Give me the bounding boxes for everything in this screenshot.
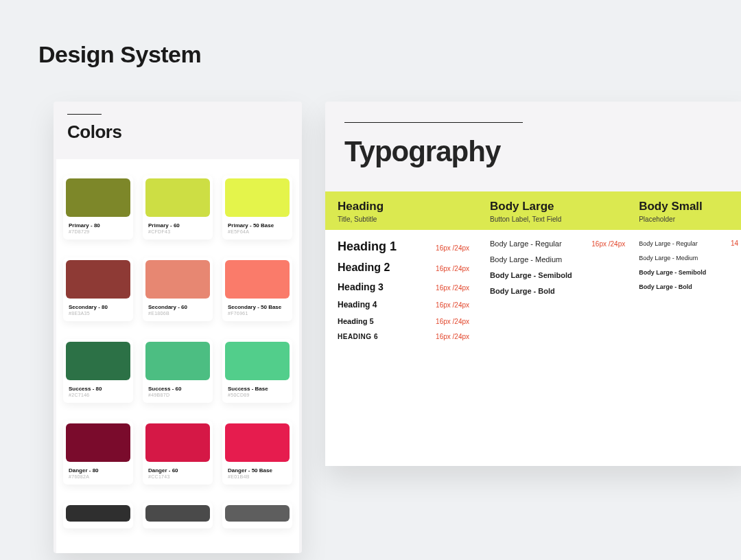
color-chip xyxy=(66,423,130,462)
colors-title: Colors xyxy=(67,121,288,143)
colors-panel: Colors Primary - 80 #7D8729 Primary - 60… xyxy=(54,102,302,553)
color-chip xyxy=(66,505,130,522)
body-sample: Body Large - Medium xyxy=(490,255,562,264)
swatch-name: Success - 80 xyxy=(63,383,133,392)
body-meta: 16px /24px xyxy=(591,240,625,248)
heading-sample: Heading 2 xyxy=(338,261,390,274)
heading-row: Heading 2 16px /24px xyxy=(338,261,490,274)
page-title: Design System xyxy=(38,41,201,68)
heading-meta: 16px /24px xyxy=(436,318,469,325)
body-sample: Body Large - Bold xyxy=(639,283,692,290)
swatch-name: Danger - 80 xyxy=(63,465,133,474)
divider xyxy=(67,114,102,115)
col-title: Body Large xyxy=(490,200,639,213)
color-chip xyxy=(145,423,210,462)
swatch-card: Danger - 80 #76082A xyxy=(63,421,133,485)
swatch-card: Success - Base #50CD89 xyxy=(222,339,292,403)
body-row: Body Large - Bold xyxy=(490,287,639,295)
body-row: Body Large - Regular 14 xyxy=(639,240,738,247)
swatch-card: Secondary - 80 #8E3A35 xyxy=(63,257,133,321)
col-body-small: Body Small Placeholder xyxy=(639,200,738,223)
swatch-hex: #8E3A35 xyxy=(63,310,133,317)
swatch-card: Danger - 50 Base #E01B4B xyxy=(222,421,292,485)
heading-sample: HEADING 6 xyxy=(338,333,378,340)
heading-row: Heading 5 16px /24px xyxy=(338,317,490,325)
heading-row: Heading 3 16px /24px xyxy=(338,281,490,292)
swatch-name: Primary - 80 xyxy=(63,220,133,229)
col-subtitle: Button Label, Text Field xyxy=(490,215,639,223)
heading-row: HEADING 6 16px /24px xyxy=(338,333,490,340)
swatch-name: Success - 60 xyxy=(143,383,213,392)
typography-panel: Typography Heading Title, Subtitle Body … xyxy=(325,102,741,466)
heading-meta: 16px /24px xyxy=(436,333,469,340)
color-chip xyxy=(225,342,290,380)
body-sample: Body Large - Medium xyxy=(639,255,698,261)
swatch-row-secondary: Secondary - 80 #8E3A35 Secondary - 60 #E… xyxy=(63,257,292,321)
heading-meta: 16px /24px xyxy=(436,284,469,292)
heading-sample: Heading 4 xyxy=(338,300,377,310)
swatch-hex: #F76961 xyxy=(222,310,292,317)
swatch-name: Primary - 50 Base xyxy=(222,220,292,229)
swatch-name: Secondary - 50 Base xyxy=(222,301,292,310)
color-chip xyxy=(145,505,210,522)
swatch-hex: #76082A xyxy=(63,474,133,480)
swatch-row-danger: Danger - 80 #76082A Danger - 60 #CC1743 … xyxy=(63,421,292,485)
heading-row: Heading 1 16px /24px xyxy=(338,240,490,254)
swatch-card xyxy=(143,502,213,528)
swatch-card: Secondary - 50 Base #F76961 xyxy=(222,257,292,321)
color-chip xyxy=(225,505,290,522)
swatch-card: Success - 80 #2C7146 xyxy=(63,339,133,403)
swatch-hex: #50CD89 xyxy=(222,392,292,399)
body-sample: Body Large - Semibold xyxy=(639,269,706,276)
color-chip xyxy=(225,178,290,217)
body-small-column: Body Large - Regular 14 Body Large - Med… xyxy=(639,240,738,348)
color-chip xyxy=(145,342,210,380)
body-row: Body Large - Semibold xyxy=(490,271,639,279)
swatch-hex: #E01B4B xyxy=(222,474,292,480)
heading-sample: Heading 1 xyxy=(338,240,397,254)
col-subtitle: Placeholder xyxy=(639,215,738,223)
typography-table: Heading 1 16px /24px Heading 2 16px /24p… xyxy=(325,230,741,348)
col-title: Body Small xyxy=(639,200,738,213)
color-chip xyxy=(66,342,130,380)
col-heading: Heading Title, Subtitle xyxy=(338,200,490,223)
swatch-row-success: Success - 80 #2C7146 Success - 60 #49B87… xyxy=(63,339,292,403)
swatch-card: Danger - 60 #CC1743 xyxy=(143,421,213,485)
swatch-card: Primary - 50 Base #E5F64A xyxy=(222,176,292,240)
swatch-hex: #E5F64A xyxy=(222,229,292,235)
swatch-hex: #CC1743 xyxy=(143,474,213,480)
heading-sample: Heading 5 xyxy=(338,317,374,325)
swatch-name: Success - Base xyxy=(222,383,292,392)
swatch-name: Secondary - 60 xyxy=(143,301,213,310)
swatch-card: Primary - 80 #7D8729 xyxy=(63,176,133,240)
body-row: Body Large - Semibold xyxy=(639,269,738,276)
swatch-hex: #2C7146 xyxy=(63,392,133,399)
swatch-card xyxy=(63,502,133,528)
heading-meta: 16px /24px xyxy=(436,301,469,309)
swatch-hex: #7D8729 xyxy=(63,229,133,235)
typography-header-bar: Heading Title, Subtitle Body Large Butto… xyxy=(325,191,741,230)
swatch-card: Success - 60 #49B87D xyxy=(143,339,213,403)
colors-header: Colors xyxy=(54,102,302,147)
swatch-card xyxy=(222,502,292,528)
col-title: Heading xyxy=(338,200,490,213)
swatch-row-primary: Primary - 80 #7D8729 Primary - 60 #CFDF4… xyxy=(63,176,292,240)
typography-title: Typography xyxy=(344,135,731,168)
heading-sample: Heading 3 xyxy=(338,281,384,292)
body-row: Body Large - Medium xyxy=(639,255,738,261)
color-chip xyxy=(66,260,130,299)
swatch-name: Primary - 60 xyxy=(143,220,213,229)
body-sample: Body Large - Regular xyxy=(490,240,562,248)
swatch-hex: #49B87D xyxy=(143,392,213,399)
heading-row: Heading 4 16px /24px xyxy=(338,300,490,310)
headings-column: Heading 1 16px /24px Heading 2 16px /24p… xyxy=(338,240,490,348)
swatch-hex: #CFDF43 xyxy=(143,229,213,235)
color-chip xyxy=(225,423,290,462)
swatch-name: Danger - 60 xyxy=(143,465,213,474)
swatch-card: Secondary - 60 #E1806B xyxy=(143,257,213,321)
divider xyxy=(344,122,523,123)
body-row: Body Large - Bold xyxy=(639,283,738,290)
color-chip xyxy=(66,178,130,217)
swatch-card: Primary - 60 #CFDF43 xyxy=(143,176,213,240)
swatch-name: Secondary - 80 xyxy=(63,301,133,310)
